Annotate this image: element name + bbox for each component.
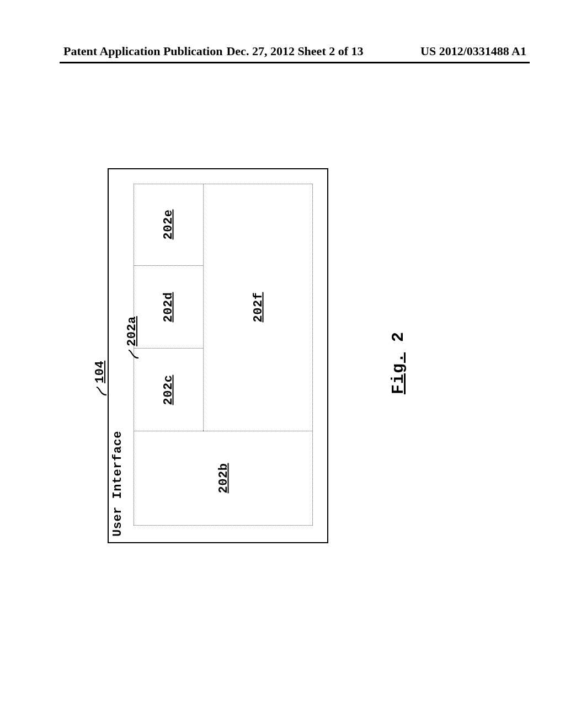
callout-104: 104 <box>93 361 107 383</box>
cell-label-202c: 202c <box>162 375 175 405</box>
cell-label-202b: 202b <box>217 463 231 494</box>
ui-inner-grid: 202b 202c 202d 202e 202f <box>134 184 313 526</box>
header-center: Dec. 27, 2012 Sheet 2 of 13 <box>226 44 363 58</box>
figure-2: User Interface 202b 202c 202d 202e 202f … <box>97 157 469 554</box>
gridline-vertical <box>134 265 203 266</box>
header-left: Patent Application Publication <box>63 44 222 58</box>
figure-caption-word: Fig. <box>389 352 408 394</box>
callout-hook-icon <box>95 385 108 397</box>
figure-caption-number: 2 <box>389 331 408 342</box>
ui-outer-box: User Interface 202b 202c 202d 202e 202f … <box>108 168 328 543</box>
cell-label-202f: 202f <box>252 292 265 323</box>
callout-hook-icon <box>127 348 140 360</box>
gridline-vertical <box>134 348 203 349</box>
callout-202a: 202a <box>125 316 139 346</box>
ui-title: User Interface <box>111 431 125 537</box>
cell-label-202e: 202e <box>162 210 175 240</box>
header-right: US 2012/0331488 A1 <box>420 44 526 58</box>
gridline-vertical <box>134 431 312 431</box>
header-rule <box>60 62 530 63</box>
figure-caption: Fig. 2 <box>389 331 408 394</box>
gridline-horizontal <box>203 184 204 431</box>
cell-label-202d: 202d <box>162 292 175 323</box>
figure-rotated-group: User Interface 202b 202c 202d 202e 202f … <box>97 157 469 554</box>
